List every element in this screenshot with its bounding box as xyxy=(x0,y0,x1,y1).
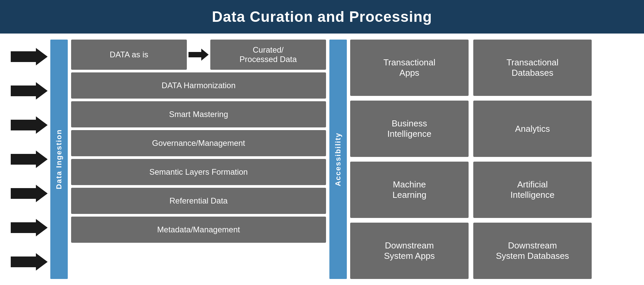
process-row-governance: Governance/Management xyxy=(71,130,326,156)
svg-marker-6 xyxy=(11,253,48,271)
arrow-connector xyxy=(187,40,210,70)
main-wrapper: Data Curation and Processing xyxy=(0,0,644,285)
processing-section: DATA as is Curated/Processed Data DATA H… xyxy=(71,40,326,279)
arrow-1 xyxy=(11,48,48,65)
svg-marker-1 xyxy=(11,82,48,100)
output-analytics: Analytics xyxy=(473,101,592,157)
svg-marker-2 xyxy=(11,116,48,134)
curated-label: Curated/Processed Data xyxy=(239,45,297,64)
curated-processed-box: Curated/Processed Data xyxy=(210,40,326,70)
arrow-6 xyxy=(11,219,48,236)
arrow-2 xyxy=(11,82,48,100)
downstream-databases-label: DownstreamSystem Databases xyxy=(496,240,569,261)
output-section: TransactionalApps TransactionalDatabases… xyxy=(350,40,592,279)
machine-learning-label: MachineLearning xyxy=(392,179,426,200)
arrow-3 xyxy=(11,116,48,134)
arrow-5 xyxy=(11,185,48,202)
svg-marker-0 xyxy=(11,48,48,65)
transactional-databases-label: TransactionalDatabases xyxy=(506,57,558,78)
output-artificial-intelligence: ArtificialIntelligence xyxy=(473,162,592,218)
output-business-intelligence: BusinessIntelligence xyxy=(350,101,469,157)
output-downstream-apps: DownstreamSystem Apps xyxy=(350,223,469,279)
arrows-section xyxy=(7,40,50,279)
svg-marker-7 xyxy=(189,49,209,61)
transactional-apps-label: TransactionalApps xyxy=(383,57,435,78)
data-ingestion-label: Data Ingestion xyxy=(55,129,63,189)
header: Data Curation and Processing xyxy=(0,0,644,34)
body-content: Data Ingestion DATA as is Curated/Proces… xyxy=(0,34,644,285)
process-row-referential: Referential Data xyxy=(71,188,326,214)
output-downstream-databases: DownstreamSystem Databases xyxy=(473,223,592,279)
process-row-mastering: Smart Mastering xyxy=(71,101,326,127)
artificial-intelligence-label: ArtificialIntelligence xyxy=(511,179,555,200)
svg-marker-3 xyxy=(11,151,48,168)
arrow-7 xyxy=(11,253,48,271)
analytics-label: Analytics xyxy=(515,124,550,134)
business-intelligence-label: BusinessIntelligence xyxy=(387,118,432,139)
downstream-apps-label: DownstreamSystem Apps xyxy=(384,240,435,261)
svg-marker-5 xyxy=(11,219,48,236)
data-ingestion-bar: Data Ingestion xyxy=(50,40,68,279)
accessibility-bar: Accessibility xyxy=(329,40,347,279)
page-title: Data Curation and Processing xyxy=(212,8,432,25)
output-machine-learning: MachineLearning xyxy=(350,162,469,218)
process-row-metadata: Metadata/Management xyxy=(71,217,326,243)
process-row-semantic: Semantic Layers Formation xyxy=(71,159,326,185)
arrow-4 xyxy=(11,151,48,168)
output-transactional-databases: TransactionalDatabases xyxy=(473,40,592,96)
top-data-row: DATA as is Curated/Processed Data xyxy=(71,40,326,70)
output-transactional-apps: TransactionalApps xyxy=(350,40,469,96)
accessibility-label: Accessibility xyxy=(334,132,342,186)
process-row-harmonization: DATA Harmonization xyxy=(71,72,326,99)
data-as-is-box: DATA as is xyxy=(71,40,187,70)
data-as-is-label: DATA as is xyxy=(110,50,148,59)
svg-marker-4 xyxy=(11,185,48,202)
